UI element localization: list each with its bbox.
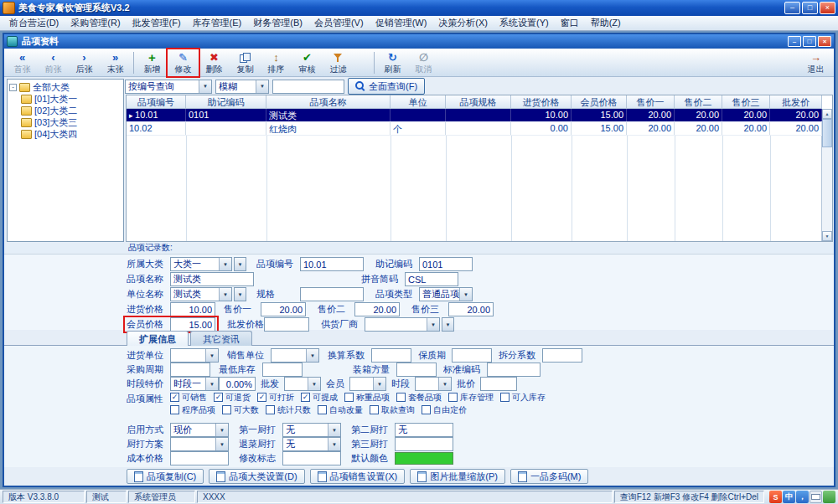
member-price-input[interactable] — [170, 317, 215, 332]
exit-button[interactable]: → 退出 — [800, 49, 831, 76]
item-name-input[interactable] — [170, 272, 254, 286]
next-record-button[interactable]: › 后张 — [69, 49, 100, 76]
kitchen-plan-select[interactable] — [170, 437, 229, 451]
kitchen3-input[interactable] — [395, 437, 453, 451]
refresh-button[interactable]: ↻ 刷新 — [377, 49, 408, 76]
return-kitchen-select[interactable]: 无 — [282, 437, 341, 451]
chinese-mode-icon[interactable]: 中 — [783, 491, 795, 503]
mnemonic-input[interactable] — [419, 257, 473, 271]
sort-button[interactable]: ↕ 排序 — [261, 49, 292, 76]
menu-purchase[interactable]: 采购管理(R) — [65, 15, 126, 31]
filter-button[interactable]: 过滤 — [323, 49, 354, 76]
supplier-select[interactable] — [365, 317, 440, 332]
tree-item-category-02[interactable]: [02]大类二 — [9, 105, 122, 116]
tree-item-category-03[interactable]: [03]大类三 — [9, 116, 122, 128]
kitchen2-input[interactable] — [395, 423, 453, 437]
item-code-input[interactable] — [300, 257, 364, 271]
sp-wholesale-select[interactable] — [284, 377, 321, 391]
attr-checkbox[interactable]: 自由定价 — [422, 404, 467, 416]
punctuation-icon[interactable]: ， — [796, 491, 809, 503]
delete-button[interactable]: ✖ 删除 — [199, 49, 230, 76]
sogou-icon[interactable]: S — [769, 491, 782, 503]
column-header[interactable]: 会员价格 — [572, 95, 627, 109]
attr-checkbox[interactable]: 可打折 — [257, 392, 294, 404]
soft-keyboard-icon[interactable] — [810, 491, 822, 503]
column-header[interactable]: 单位 — [391, 95, 446, 109]
menu-promotion[interactable]: 促销管理(W) — [370, 15, 433, 31]
menu-front-office[interactable]: 前台营运(D) — [3, 15, 65, 31]
menu-finance[interactable]: 财务管理(B) — [247, 15, 308, 31]
column-header[interactable]: 售价二 — [675, 95, 722, 109]
split-factor-input[interactable] — [542, 348, 582, 363]
close-icon[interactable]: × — [820, 2, 835, 14]
attr-checkbox[interactable]: 取款查询 — [370, 404, 415, 416]
sales-settings-button[interactable]: 品项销售设置(X) — [310, 469, 406, 484]
column-header[interactable]: 品项规格 — [446, 95, 511, 109]
full-search-button[interactable]: 全面查询(F) — [348, 78, 425, 95]
tab-extended-info[interactable]: 扩展信息 — [127, 331, 189, 346]
attr-checkbox[interactable]: 称重品项 — [344, 392, 390, 404]
attr-checkbox[interactable]: 可入库存 — [500, 392, 546, 404]
column-header[interactable]: 进货价格 — [511, 95, 572, 109]
modify-flag-input[interactable] — [282, 451, 341, 465]
menu-wholesale[interactable]: 批发管理(F) — [127, 15, 187, 31]
window-restore-icon[interactable]: □ — [803, 36, 816, 47]
sale-unit-select[interactable] — [271, 348, 319, 363]
menu-help[interactable]: 帮助(Z) — [585, 15, 627, 31]
chevron-down-icon[interactable]: ▼ — [234, 257, 246, 271]
tab-other-info[interactable]: 其它资讯 — [190, 331, 252, 346]
sp-member-select[interactable] — [349, 377, 386, 391]
min-stock-input[interactable] — [262, 363, 303, 377]
search-scope-select[interactable]: 按编号查询 — [125, 80, 212, 94]
menu-member[interactable]: 会员管理(V) — [308, 15, 370, 31]
search-mode-select[interactable]: 模糊 — [215, 80, 269, 94]
price3-input[interactable] — [448, 302, 494, 316]
audit-button[interactable]: ✔ 审核 — [292, 49, 323, 76]
multi-barcode-button[interactable]: 一品多码(M) — [510, 469, 589, 484]
purchase-unit-select[interactable] — [170, 348, 219, 363]
chevron-down-icon[interactable]: ▼ — [234, 287, 246, 301]
shelf-life-input[interactable] — [452, 348, 492, 363]
menu-inventory[interactable]: 库存管理(E) — [187, 15, 248, 31]
cost-price-input[interactable] — [170, 451, 229, 465]
window-minimize-icon[interactable]: – — [788, 36, 801, 47]
purchase-price-input[interactable] — [170, 302, 215, 316]
window-close-icon[interactable]: × — [818, 36, 831, 47]
category-select[interactable]: 大类一 — [170, 257, 232, 271]
last-record-button[interactable]: » 末张 — [100, 49, 131, 76]
tree-root-all-categories[interactable]: 全部大类 — [9, 81, 122, 93]
vertical-scrollbar[interactable] — [821, 109, 832, 241]
attr-checkbox[interactable]: 可销售 — [170, 392, 207, 404]
column-header[interactable]: 售价三 — [722, 95, 770, 109]
column-header[interactable]: 品项名称 — [266, 95, 391, 109]
special-percent-input[interactable] — [219, 377, 256, 391]
menu-window[interactable]: 窗口 — [555, 15, 585, 31]
scroll-up-icon[interactable] — [822, 109, 832, 119]
enable-mode-select[interactable]: 现价 — [170, 423, 229, 437]
scroll-down-icon[interactable] — [822, 231, 832, 241]
image-batch-resize-button[interactable]: 图片批量缩放(P) — [410, 469, 505, 484]
category-settings-button[interactable]: 品项大类设置(D) — [209, 469, 304, 484]
column-header[interactable]: 售价一 — [627, 95, 675, 109]
attr-checkbox[interactable]: 可提成 — [301, 392, 338, 404]
menu-analysis[interactable]: 决策分析(X) — [432, 15, 494, 31]
grid-row[interactable]: 10.02 红烧肉 个 0.00 15.00 20.00 20.00 20.00… — [127, 122, 822, 136]
grid-row[interactable]: 10.01 0101 测试类 10.00 15.00 20.00 20.00 2… — [127, 109, 822, 122]
attr-checkbox[interactable]: 统计只数 — [266, 404, 311, 416]
conversion-input[interactable] — [371, 348, 411, 363]
item-type-select[interactable]: 普通品项 — [419, 287, 473, 301]
column-header[interactable]: 助记编码 — [186, 95, 266, 109]
chevron-down-icon[interactable]: ▼ — [442, 317, 454, 332]
default-color-swatch[interactable] — [395, 452, 453, 465]
tree-item-category-04[interactable]: [04]大类四 — [9, 128, 122, 140]
column-header[interactable]: 批发价 — [770, 95, 822, 109]
attr-checkbox[interactable]: 程序品项 — [170, 404, 215, 416]
attr-checkbox[interactable]: 可大数 — [222, 404, 259, 416]
pinyin-input[interactable] — [405, 272, 458, 286]
edit-button[interactable]: ✎ 修改 — [168, 49, 199, 76]
minimize-icon[interactable]: – — [784, 2, 800, 14]
wholesale-price-input[interactable] — [264, 317, 309, 332]
collapse-icon[interactable] — [9, 84, 17, 91]
menu-settings[interactable]: 系统设置(Y) — [494, 15, 555, 31]
sp-period-select[interactable] — [415, 377, 452, 391]
